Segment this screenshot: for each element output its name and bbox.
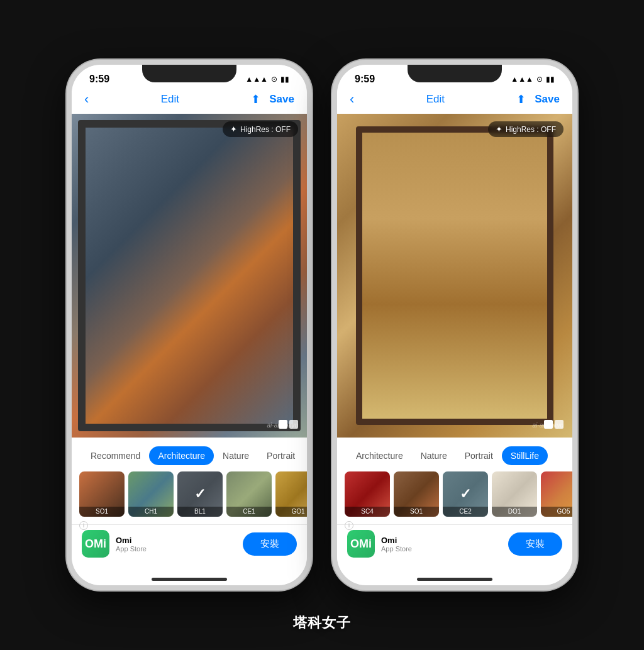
share-button-left[interactable]: ⬆ — [251, 92, 260, 106]
image-area-right: ✦ HighRes : OFF — [337, 114, 572, 438]
highres-badge-right[interactable]: ✦ HighRes : OFF — [488, 121, 564, 137]
home-indicator-right — [337, 573, 572, 585]
install-button-right[interactable]: 安裝 — [508, 532, 562, 556]
ad-info-icon-right: i — [345, 521, 353, 530]
thumb-do1-right[interactable]: DO1 — [492, 471, 537, 517]
tab-recommend-left[interactable]: Recommend — [82, 446, 149, 465]
view-sq2-right[interactable] — [555, 420, 564, 429]
edit-title-left: Edit — [161, 93, 179, 106]
omi-logo-left: OMi — [82, 530, 109, 558]
highres-badge-left[interactable]: ✦ HighRes : OFF — [223, 121, 298, 137]
signal-icon-right: ▲▲▲ — [511, 75, 533, 84]
ad-info-icon-left: i — [79, 521, 88, 530]
thumb-row-left: SO1 CH1 BL1 CE1 — [72, 471, 307, 524]
status-time-right: 9:59 — [355, 74, 375, 85]
signal-icon-left: ▲▲▲ — [245, 75, 268, 84]
home-bar-left — [152, 578, 227, 581]
thumb-go1-left[interactable]: GO1 — [275, 471, 307, 517]
highres-label-right: HighRes : OFF — [506, 125, 556, 134]
nav-bar-left: ‹ Edit ⬆ Save — [72, 87, 307, 114]
status-icons-left: ▲▲▲ ⊙ ▮▮ — [245, 75, 289, 84]
highres-icon-right: ✦ — [496, 124, 502, 134]
thumb-label-ce1-left: CE1 — [226, 507, 272, 517]
tab-portrait-right[interactable]: Portrait — [456, 446, 502, 465]
thumb-sc4-right[interactable]: SC4 — [345, 471, 390, 517]
nav-right-right: ⬆ Save — [516, 92, 560, 106]
thumb-ce2-right[interactable]: CE2 — [443, 471, 488, 517]
highres-label-left: HighRes : OFF — [240, 125, 291, 134]
thumb-go5-right[interactable]: GO5 — [541, 471, 572, 517]
thumb-ch1-left[interactable]: CH1 — [128, 471, 174, 517]
highres-icon-left: ✦ — [230, 124, 237, 134]
thumb-label-so1-right: SO1 — [394, 507, 439, 517]
ad-app-name-left: Omi — [116, 536, 147, 545]
status-time-left: 9:59 — [89, 74, 109, 85]
back-button-left[interactable]: ‹ — [84, 91, 89, 107]
tab-portrait-left[interactable]: Portrait — [258, 446, 304, 465]
nav-right-left: ⬆ Save — [251, 92, 294, 106]
tab-architecture-left[interactable]: Architecture — [149, 446, 214, 465]
view-toggle-left[interactable] — [279, 420, 298, 429]
edit-title-right: Edit — [426, 93, 445, 106]
painting-right — [337, 114, 572, 438]
thumb-label-go5-right: GO5 — [541, 507, 572, 517]
home-bar-right — [417, 578, 492, 581]
scene: 9:59 ▲▲▲ ⊙ ▮▮ ‹ Edit ⬆ Save — [0, 0, 644, 650]
omi-logo-right: OMi — [347, 530, 375, 558]
save-button-right[interactable]: Save — [535, 93, 560, 106]
tab-architecture-right[interactable]: Architecture — [347, 446, 412, 465]
thumb-so1-right[interactable]: SO1 — [394, 471, 439, 517]
ad-store-right: App Store — [381, 545, 412, 553]
ad-text-right: Omi App Store — [381, 536, 412, 553]
view-sq1-right[interactable] — [544, 420, 553, 429]
tab-stilllife-right[interactable]: StillLife — [502, 446, 548, 465]
view-sq2-left[interactable] — [289, 420, 298, 429]
bottom-panel-left: Recommend Architecture Nature Portrait S… — [72, 438, 307, 573]
style-tabs-right: Architecture Nature Portrait StillLife — [337, 438, 572, 471]
phone-left: 9:59 ▲▲▲ ⊙ ▮▮ ‹ Edit ⬆ Save — [67, 60, 312, 590]
view-toggle-right[interactable] — [544, 420, 564, 429]
thumb-label-do1-right: DO1 — [492, 507, 537, 517]
phone-right: 9:59 ▲▲▲ ⊙ ▮▮ ‹ Edit ⬆ Save — [332, 60, 577, 590]
ad-banner-left: i OMi Omi App Store 安裝 — [72, 524, 307, 563]
screen-left: 9:59 ▲▲▲ ⊙ ▮▮ ‹ Edit ⬆ Save — [72, 65, 307, 585]
screen-right: 9:59 ▲▲▲ ⊙ ▮▮ ‹ Edit ⬆ Save — [337, 65, 572, 585]
painting-left — [72, 114, 307, 438]
style-tabs-left: Recommend Architecture Nature Portrait — [72, 438, 307, 471]
status-icons-right: ▲▲▲ ⊙ ▮▮ — [511, 75, 555, 84]
notch-left — [142, 65, 236, 82]
save-button-left[interactable]: Save — [269, 93, 294, 106]
tab-nature-left[interactable]: Nature — [214, 446, 258, 465]
ad-banner-inner-left: i OMi Omi App Store — [82, 530, 236, 558]
install-button-left[interactable]: 安裝 — [243, 532, 297, 556]
notch-right — [408, 65, 502, 82]
image-area-left: ✦ HighRes : OFF — [72, 114, 307, 438]
wifi-icon-left: ⊙ — [271, 75, 277, 84]
thumb-label-go1-left: GO1 — [275, 507, 307, 517]
ad-banner-right: i OMi Omi App Store 安裝 — [337, 524, 572, 563]
thumb-label-bl1-left: BL1 — [177, 507, 223, 517]
ad-text-left: Omi App Store — [116, 536, 147, 553]
thumb-label-sc4-right: SC4 — [345, 507, 390, 517]
nav-bar-right: ‹ Edit ⬆ Save — [337, 87, 572, 114]
thumb-ce1-left[interactable]: CE1 — [226, 471, 272, 517]
home-indicator-left — [72, 573, 307, 585]
ad-app-name-right: Omi — [381, 536, 412, 545]
thumb-label-so1-left: SO1 — [79, 507, 125, 517]
wifi-icon-right: ⊙ — [536, 75, 543, 84]
battery-icon-right: ▮▮ — [546, 75, 555, 84]
tab-nature-right[interactable]: Nature — [412, 446, 456, 465]
watermark: 塔科女子 — [293, 614, 351, 632]
view-sq1-left[interactable] — [279, 420, 287, 429]
battery-icon-left: ▮▮ — [280, 75, 289, 84]
ad-banner-inner-right: i OMi Omi App Store — [347, 530, 502, 558]
thumb-row-right: SC4 SO1 CE2 DO1 — [337, 471, 572, 524]
thumb-bl1-left[interactable]: BL1 — [177, 471, 223, 517]
thumb-label-ch1-left: CH1 — [128, 507, 174, 517]
ad-store-left: App Store — [116, 545, 147, 553]
thumb-so1-left[interactable]: SO1 — [79, 471, 125, 517]
share-button-right[interactable]: ⬆ — [516, 92, 526, 106]
back-button-right[interactable]: ‹ — [350, 91, 354, 107]
bottom-panel-right: Architecture Nature Portrait StillLife S… — [337, 438, 572, 573]
thumb-label-ce2-right: CE2 — [443, 507, 488, 517]
